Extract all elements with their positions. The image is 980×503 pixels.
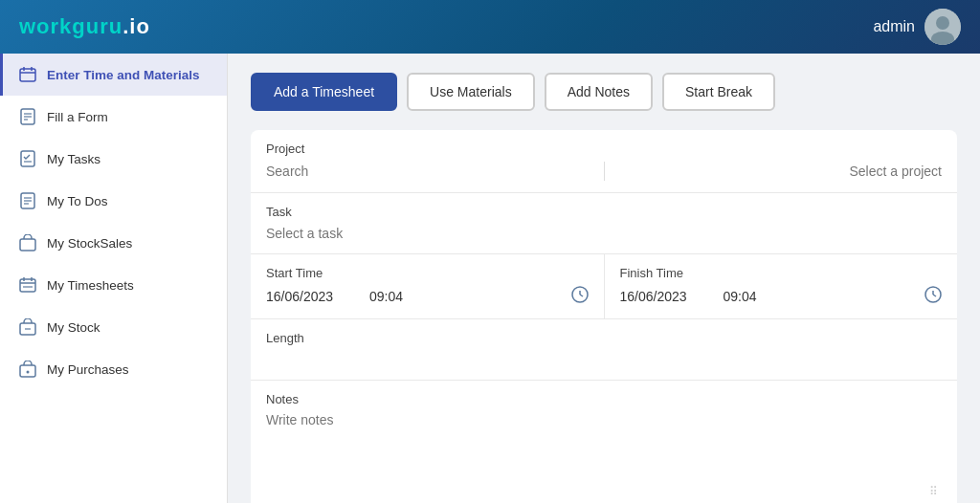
start-time-label: Start Time <box>266 266 589 280</box>
project-divider <box>604 162 605 181</box>
sidebar-item-purchases[interactable]: My Purchases <box>0 348 227 390</box>
add-timesheet-button[interactable]: Add a Timesheet <box>251 73 397 111</box>
sidebar-label-enter-time: Enter Time and Materials <box>47 68 200 82</box>
project-label: Project <box>266 142 942 156</box>
svg-line-29 <box>580 295 583 296</box>
sidebar-item-my-tasks[interactable]: My Tasks <box>0 138 227 180</box>
length-field-group: Length <box>251 319 957 381</box>
sidebar-label-stock: My Stock <box>47 320 100 335</box>
task-label: Task <box>266 205 942 219</box>
timesheet-form: Project Task Start Time 09:04 <box>251 130 957 503</box>
start-time-value: 09:04 <box>369 289 564 304</box>
sidebar-item-enter-time[interactable]: Enter Time and Materials <box>0 54 227 96</box>
start-time-input-wrap: 09:04 <box>266 286 589 307</box>
start-clock-icon[interactable] <box>571 286 589 307</box>
project-search-input[interactable] <box>266 164 589 179</box>
header: workguru.io admin <box>0 0 980 54</box>
todos-icon <box>18 191 37 210</box>
stock-icon <box>18 317 37 337</box>
sidebar-item-stock[interactable]: My Stock <box>0 306 227 348</box>
svg-line-32 <box>933 295 936 296</box>
sidebar-label-purchases: My Purchases <box>47 362 129 377</box>
length-input[interactable] <box>266 352 942 367</box>
start-break-button[interactable]: Start Break <box>662 73 775 111</box>
svg-rect-18 <box>20 279 35 292</box>
length-label: Length <box>266 331 942 345</box>
finish-time-input-wrap: 09:04 <box>620 286 943 307</box>
svg-rect-3 <box>20 69 35 81</box>
project-select-input[interactable] <box>620 164 943 179</box>
finish-date-input[interactable] <box>620 289 716 304</box>
resize-handle: ⠿ <box>266 483 942 500</box>
sidebar-label-my-todos: My To Dos <box>47 194 108 208</box>
sidebar-label-stocksales: My StockSales <box>47 236 132 251</box>
task-field-group: Task <box>251 193 957 254</box>
sidebar-item-my-todos[interactable]: My To Dos <box>0 180 227 222</box>
svg-rect-17 <box>20 239 35 251</box>
logo-suffix: .io <box>122 14 150 38</box>
svg-point-26 <box>27 371 30 374</box>
add-notes-button[interactable]: Add Notes <box>545 73 653 111</box>
header-right: admin <box>873 9 961 45</box>
sidebar-item-stocksales[interactable]: My StockSales <box>0 222 227 264</box>
sidebar-label-fill-form: Fill a Form <box>47 110 108 124</box>
finish-time-label: Finish Time <box>620 266 943 280</box>
timesheets-icon <box>18 275 37 295</box>
time-icon <box>18 65 37 84</box>
avatar <box>924 9 961 45</box>
start-time-group: Start Time 09:04 <box>251 254 605 318</box>
purchases-icon <box>18 360 37 379</box>
finish-time-value: 09:04 <box>724 289 918 304</box>
task-input[interactable] <box>266 226 942 241</box>
resize-dots: ⠿ <box>929 485 938 498</box>
body-wrap: Enter Time and Materials Fill a Form <box>0 54 980 503</box>
project-row <box>266 162 942 181</box>
notes-field-group: Notes ⠿ <box>251 381 957 503</box>
action-buttons: Add a Timesheet Use Materials Add Notes … <box>251 73 957 111</box>
time-row: Start Time 09:04 F <box>251 254 957 319</box>
sidebar-label-my-tasks: My Tasks <box>47 152 100 166</box>
admin-label: admin <box>873 18 915 35</box>
project-field-group: Project <box>251 130 957 193</box>
sidebar-label-timesheets: My Timesheets <box>47 278 134 293</box>
finish-clock-icon[interactable] <box>924 286 942 307</box>
start-date-input[interactable] <box>266 289 362 304</box>
tasks-icon <box>18 149 37 168</box>
notes-label: Notes <box>266 392 942 406</box>
logo: workguru.io <box>19 14 150 39</box>
notes-textarea[interactable] <box>266 412 942 479</box>
sidebar: Enter Time and Materials Fill a Form <box>0 54 228 503</box>
use-materials-button[interactable]: Use Materials <box>407 73 535 111</box>
main-content: Add a Timesheet Use Materials Add Notes … <box>228 54 980 503</box>
svg-point-1 <box>936 16 949 30</box>
sidebar-item-timesheets[interactable]: My Timesheets <box>0 264 227 306</box>
stocksales-icon <box>18 233 37 252</box>
sidebar-item-fill-form[interactable]: Fill a Form <box>0 96 227 138</box>
form-icon <box>18 107 37 126</box>
finish-time-group: Finish Time 09:04 <box>605 254 958 318</box>
svg-rect-11 <box>21 151 34 166</box>
